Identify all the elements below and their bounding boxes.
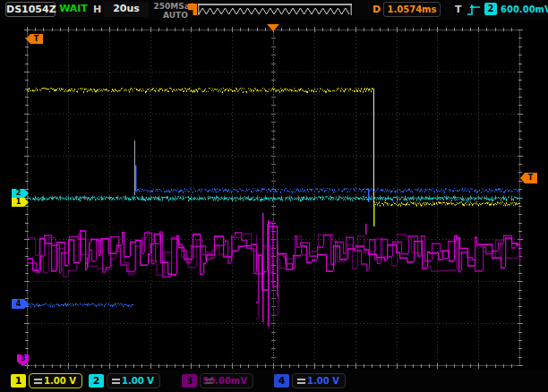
model-label: DS1054Z — [5, 2, 56, 17]
delay-value-box[interactable]: 1.0574ms — [383, 2, 441, 17]
channel4-scale[interactable]: 1.00 V — [292, 373, 346, 388]
trigger-source-box[interactable]: 2 — [484, 3, 497, 15]
memory-waveform-strip[interactable] — [198, 4, 352, 16]
channel2-scale[interactable]: 1.00 V — [107, 373, 160, 388]
channel-status-bar: 1 1.00 V 2 1.00 V 3 50.00mV 4 1.00 V — [0, 371, 548, 392]
channel1-number[interactable]: 1 — [11, 374, 26, 388]
run-status: WAIT — [59, 2, 88, 17]
waveform-display — [0, 0, 548, 392]
channel3-number[interactable]: 3 — [182, 374, 197, 388]
dc-coupling-icon — [297, 379, 305, 384]
channel3-scale[interactable]: 50.00mV — [200, 373, 253, 388]
channel4-number[interactable]: 4 — [274, 374, 289, 388]
acquire-mode: AUTO — [163, 11, 188, 20]
dc-coupling-icon — [34, 379, 42, 384]
trigger-slope-icon — [467, 4, 481, 16]
channel2-number[interactable]: 2 — [89, 374, 104, 388]
trigger-level-value[interactable]: 600.00mV — [501, 3, 548, 17]
oscilloscope-screen: DS1054Z WAIT H 20us 250MSa/s AUTO D 1.05… — [0, 0, 548, 392]
trigger-label: T — [455, 3, 462, 17]
delay-label: D — [372, 3, 381, 17]
channel1-scale[interactable]: 1.00 V — [29, 373, 82, 388]
dc-coupling-icon — [112, 379, 120, 384]
dc-coupling-icon — [205, 379, 213, 384]
timebase-box[interactable]: 20us — [104, 2, 149, 17]
horizontal-label: H — [93, 3, 101, 17]
top-status-bar: DS1054Z WAIT H 20us 250MSa/s AUTO D 1.05… — [0, 0, 548, 20]
